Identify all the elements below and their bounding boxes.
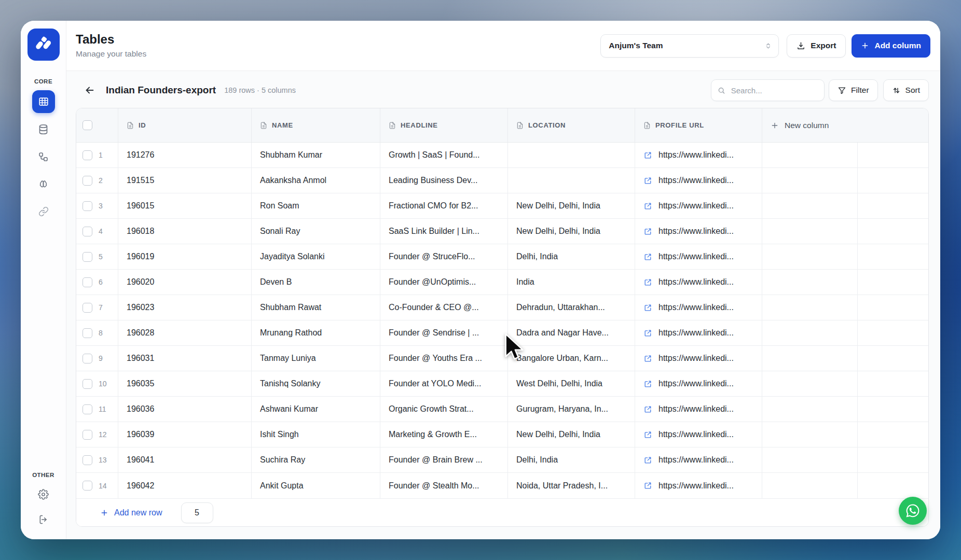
cell-name[interactable]: Ron Soam [252, 193, 380, 218]
profile-url-text[interactable]: https://www.linkedi... [658, 303, 734, 312]
cell-trailing-empty[interactable] [858, 270, 928, 295]
external-link-icon[interactable] [643, 202, 652, 211]
cell-new-column-empty[interactable] [762, 219, 858, 244]
cell-id[interactable]: 196015 [118, 193, 252, 218]
cell-id[interactable]: 196042 [118, 473, 252, 498]
cell-location[interactable] [508, 168, 635, 193]
cell-new-column-empty[interactable] [762, 320, 858, 345]
table-row[interactable]: 9 196031 Tanmay Luniya Founder @ Youths … [76, 346, 928, 371]
table-row[interactable]: 14 196042 Ankit Gupta Founder @ Stealth … [76, 473, 928, 498]
cell-profile-url[interactable]: https://www.linkedi... [635, 193, 762, 218]
profile-url-text[interactable]: https://www.linkedi... [658, 252, 734, 261]
row-checkbox[interactable] [83, 252, 92, 262]
profile-url-text[interactable]: https://www.linkedi... [658, 404, 734, 414]
table-row[interactable]: 12 196039 Ishit Singh Marketing & Growth… [76, 422, 928, 447]
export-button[interactable]: Export [787, 34, 846, 58]
cell-new-column-empty[interactable] [762, 295, 858, 320]
row-checkbox[interactable] [83, 379, 92, 389]
row-checkbox[interactable] [83, 328, 92, 338]
cell-name[interactable]: Ankit Gupta [252, 473, 380, 498]
cell-location[interactable]: Dadra and Nagar Have... [508, 320, 635, 345]
row-checkbox[interactable] [83, 150, 92, 160]
column-header-headline[interactable]: HEADLINE [380, 108, 508, 142]
cell-id[interactable]: 196018 [118, 219, 252, 244]
cell-location[interactable]: New Delhi, Delhi, India [508, 219, 635, 244]
cell-location[interactable]: Gurugram, Haryana, In... [508, 397, 635, 422]
sidebar-item-tables[interactable] [32, 90, 55, 113]
cell-headline[interactable]: Leading Business Dev... [380, 168, 508, 193]
cell-headline[interactable]: Founder @ Sendrise | ... [380, 320, 508, 345]
profile-url-text[interactable]: https://www.linkedi... [658, 227, 734, 236]
external-link-icon[interactable] [643, 176, 652, 185]
cell-profile-url[interactable]: https://www.linkedi... [635, 168, 762, 193]
cell-profile-url[interactable]: https://www.linkedi... [635, 320, 762, 345]
app-logo[interactable] [28, 29, 60, 61]
cell-location[interactable]: Noida, Uttar Pradesh, I... [508, 473, 635, 498]
add-row-count-input[interactable]: 5 [181, 502, 213, 523]
logout-button[interactable] [34, 510, 53, 529]
cell-profile-url[interactable]: https://www.linkedi... [635, 473, 762, 498]
column-header-id[interactable]: ID [118, 108, 252, 142]
cell-location[interactable]: Delhi, India [508, 447, 635, 472]
cell-profile-url[interactable]: https://www.linkedi... [635, 371, 762, 396]
cell-name[interactable]: Sonali Ray [252, 219, 380, 244]
cell-id[interactable]: 196036 [118, 397, 252, 422]
cell-id[interactable]: 191515 [118, 168, 252, 193]
cell-id[interactable]: 196028 [118, 320, 252, 345]
cell-trailing-empty[interactable] [858, 473, 928, 498]
profile-url-text[interactable]: https://www.linkedi... [658, 201, 734, 211]
cell-headline[interactable]: Co-Founder & CEO @... [380, 295, 508, 320]
cell-name[interactable]: Shubham Rawat [252, 295, 380, 320]
table-row[interactable]: 10 196035 Tanishq Solanky Founder at YOL… [76, 371, 928, 397]
cell-location[interactable]: Delhi, India [508, 244, 635, 269]
row-checkbox[interactable] [83, 354, 92, 363]
team-selector[interactable]: Anjum's Team [600, 34, 779, 58]
cell-id[interactable]: 196031 [118, 346, 252, 371]
table-row[interactable]: 6 196020 Deven B Founder @UnOptimis... I… [76, 270, 928, 295]
cell-name[interactable]: Tanmay Luniya [252, 346, 380, 371]
external-link-icon[interactable] [643, 481, 652, 490]
sidebar-item-ai[interactable] [32, 173, 55, 195]
cell-location[interactable]: India [508, 270, 635, 295]
sidebar-item-workflows[interactable] [32, 145, 55, 168]
table-row[interactable]: 2 191515 Aakanksha Anmol Leading Busines… [76, 168, 928, 193]
cell-headline[interactable]: Founder @ StruceFlo... [380, 244, 508, 269]
cell-trailing-empty[interactable] [858, 371, 928, 396]
cell-profile-url[interactable]: https://www.linkedi... [635, 143, 762, 167]
table-row[interactable]: 4 196018 Sonali Ray SaaS Link Builder | … [76, 219, 928, 244]
cell-name[interactable]: Shubham Kumar [252, 143, 380, 167]
cell-headline[interactable]: Founder @ Stealth Mo... [380, 473, 508, 498]
row-checkbox[interactable] [83, 201, 92, 211]
row-checkbox[interactable] [83, 227, 92, 236]
table-row[interactable]: 5 196019 Jayaditya Solanki Founder @ Str… [76, 244, 928, 270]
cell-name[interactable]: Aakanksha Anmol [252, 168, 380, 193]
cell-id[interactable]: 196041 [118, 447, 252, 472]
whatsapp-button[interactable] [899, 497, 927, 525]
cell-profile-url[interactable]: https://www.linkedi... [635, 397, 762, 422]
cell-location[interactable] [508, 143, 635, 167]
cell-profile-url[interactable]: https://www.linkedi... [635, 422, 762, 447]
row-checkbox[interactable] [83, 404, 92, 414]
cell-headline[interactable]: Founder @UnOptimis... [380, 270, 508, 295]
select-all-checkbox[interactable] [83, 120, 92, 130]
cell-headline[interactable]: Marketing & Growth E... [380, 422, 508, 447]
external-link-icon[interactable] [643, 430, 652, 439]
cell-trailing-empty[interactable] [858, 447, 928, 472]
cell-trailing-empty[interactable] [858, 346, 928, 371]
cell-location[interactable]: New Delhi, Delhi, India [508, 422, 635, 447]
table-row[interactable]: 7 196023 Shubham Rawat Co-Founder & CEO … [76, 295, 928, 320]
cell-profile-url[interactable]: https://www.linkedi... [635, 244, 762, 269]
cell-location[interactable]: Dehradun, Uttarakhan... [508, 295, 635, 320]
cell-trailing-empty[interactable] [858, 143, 928, 167]
row-checkbox[interactable] [83, 176, 92, 186]
cell-new-column-empty[interactable] [762, 193, 858, 218]
cell-headline[interactable]: Growth | SaaS | Found... [380, 143, 508, 167]
cell-trailing-empty[interactable] [858, 320, 928, 345]
column-header-name[interactable]: NAME [252, 108, 380, 142]
profile-url-text[interactable]: https://www.linkedi... [658, 328, 734, 338]
external-link-icon[interactable] [643, 354, 652, 363]
cell-trailing-empty[interactable] [858, 244, 928, 269]
external-link-icon[interactable] [643, 456, 652, 465]
add-column-button[interactable]: Add column [852, 34, 930, 58]
external-link-icon[interactable] [643, 278, 652, 287]
